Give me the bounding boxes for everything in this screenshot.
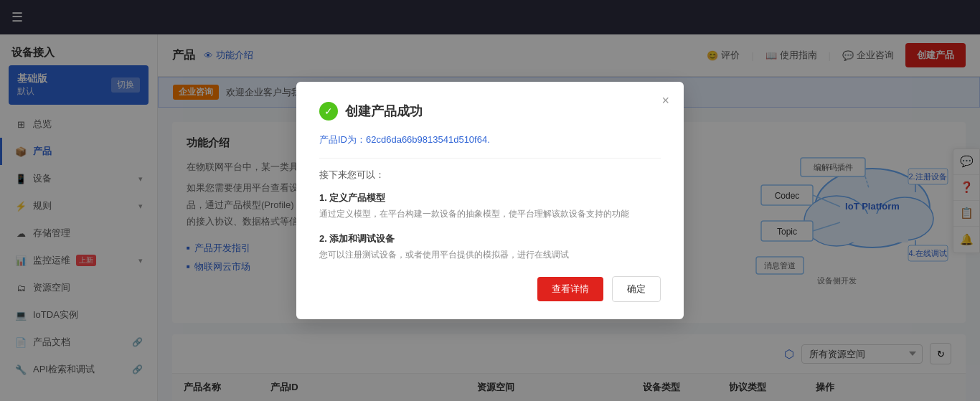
- success-modal: × ✓ 创建产品成功 产品ID为：62cd6da66b9813541d510f6…: [296, 82, 684, 319]
- modal-step-2: 2. 添加和调试设备 您可以注册测试设备，或者使用平台提供的模拟器，进行在线调试: [319, 232, 661, 262]
- step2-desc: 您可以注册测试设备，或者使用平台提供的模拟器，进行在线调试: [319, 248, 661, 262]
- modal-actions: 查看详情 确定: [319, 276, 661, 302]
- step1-desc: 通过定义模型，在平台构建一款设备的抽象模型，使平台理解该款设备支持的功能: [319, 207, 661, 221]
- modal-step-1: 1. 定义产品模型 通过定义模型，在平台构建一款设备的抽象模型，使平台理解该款设…: [319, 192, 661, 221]
- confirm-button[interactable]: 确定: [612, 276, 661, 302]
- view-detail-button[interactable]: 查看详情: [537, 277, 603, 301]
- modal-product-id: 产品ID为：62cd6da66b9813541d510f64.: [319, 133, 661, 146]
- product-id-value: 62cd6da66b9813541d510f64.: [366, 134, 490, 145]
- success-icon: ✓: [319, 102, 338, 121]
- step2-title: 2. 添加和调试设备: [319, 232, 661, 245]
- modal-next-label: 接下来您可以：: [319, 169, 661, 181]
- modal-title-row: ✓ 创建产品成功: [319, 102, 661, 121]
- modal-close-button[interactable]: ×: [661, 93, 669, 108]
- modal-overlay: × ✓ 创建产品成功 产品ID为：62cd6da66b9813541d510f6…: [0, 0, 980, 401]
- modal-title: 创建产品成功: [345, 103, 423, 120]
- step1-title: 1. 定义产品模型: [319, 192, 661, 204]
- modal-divider: [319, 158, 661, 159]
